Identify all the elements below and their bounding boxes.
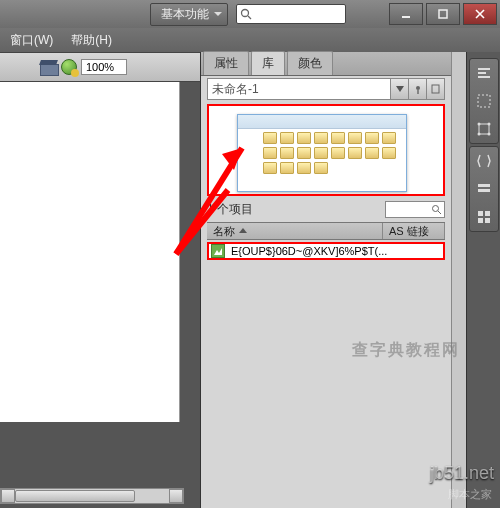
svg-rect-17 [478, 95, 490, 107]
code-snippets-icon[interactable] [474, 151, 494, 171]
motion-presets-icon[interactable] [474, 207, 494, 227]
document-dropdown[interactable]: 未命名-1 [207, 78, 445, 100]
menu-help[interactable]: 帮助(H) [71, 32, 112, 49]
svg-rect-24 [478, 189, 490, 192]
bitmap-icon [211, 244, 225, 258]
svg-point-10 [433, 205, 439, 211]
tab-properties[interactable]: 属性 [203, 51, 249, 75]
svg-point-7 [416, 86, 420, 90]
panel-vertical-scrollbar[interactable] [451, 52, 466, 508]
svg-rect-28 [485, 218, 490, 223]
library-panel: 属性 库 颜色 未命名-1 [200, 52, 451, 508]
svg-marker-12 [239, 228, 247, 233]
new-library-button[interactable] [427, 78, 445, 100]
column-as-link[interactable]: AS 链接 [383, 223, 445, 239]
chevron-down-icon [396, 85, 404, 93]
transform-panel-icon[interactable] [474, 119, 494, 139]
svg-marker-6 [396, 86, 404, 92]
edit-scene-icon[interactable] [61, 59, 77, 75]
svg-line-1 [248, 16, 251, 19]
svg-rect-16 [478, 76, 490, 78]
sort-asc-icon [239, 227, 247, 235]
scroll-left-arrow[interactable] [1, 489, 15, 503]
svg-rect-23 [478, 184, 490, 187]
help-search-box[interactable] [236, 4, 346, 24]
menu-bar: 窗口(W) 帮助(H) [0, 28, 500, 52]
svg-point-20 [487, 123, 490, 126]
tab-color[interactable]: 颜色 [287, 51, 333, 75]
zoom-field[interactable]: 100% [81, 59, 127, 75]
svg-rect-3 [439, 10, 447, 18]
svg-marker-13 [214, 248, 222, 255]
scene-icon[interactable] [40, 60, 57, 74]
maximize-button[interactable] [426, 3, 460, 25]
page-icon [431, 84, 441, 94]
scroll-thumb[interactable] [15, 490, 135, 502]
panel-tab-strip: 属性 库 颜色 [201, 52, 451, 76]
svg-point-0 [242, 10, 249, 17]
close-button[interactable] [463, 3, 497, 25]
document-dropdown-value: 未命名-1 [207, 78, 391, 100]
svg-rect-27 [478, 218, 483, 223]
document-toolbar: 100% [0, 52, 200, 82]
svg-point-19 [477, 123, 480, 126]
workspace: 100% 40 50 60 属性 库 颜色 未命名-1 [0, 52, 500, 508]
align-panel-icon[interactable] [474, 63, 494, 83]
library-item-row[interactable]: E{OUP$}06D~@XKV]6%P$T(... [207, 242, 445, 260]
svg-line-11 [438, 211, 441, 214]
library-item-name: E{OUP$}06D~@XKV]6%P$T(... [231, 245, 387, 257]
horizontal-scrollbar[interactable] [0, 488, 184, 504]
svg-rect-25 [478, 211, 483, 216]
menu-window[interactable]: 窗口(W) [10, 32, 53, 49]
title-bar: 基本功能 [0, 0, 500, 28]
workspace-dropdown[interactable]: 基本功能 [150, 3, 228, 26]
svg-point-22 [487, 133, 490, 136]
svg-point-21 [477, 133, 480, 136]
search-icon [431, 204, 442, 215]
library-status-row: 1 个项目 [207, 200, 445, 218]
minimize-button[interactable] [389, 3, 423, 25]
item-count-label: 1 个项目 [207, 201, 385, 218]
stage-canvas[interactable] [0, 82, 180, 422]
svg-rect-26 [485, 211, 490, 216]
svg-rect-18 [479, 124, 489, 134]
library-search[interactable] [385, 201, 445, 218]
svg-rect-15 [478, 72, 486, 74]
help-search-input[interactable] [255, 8, 335, 20]
tab-library[interactable]: 库 [251, 51, 285, 75]
svg-rect-14 [478, 68, 490, 70]
stage-area: 40 50 60 [0, 82, 200, 508]
dock-group-code [469, 146, 499, 232]
dock-group-align [469, 58, 499, 144]
preview-thumbnail [237, 114, 407, 192]
pin-button[interactable] [409, 78, 427, 100]
column-name[interactable]: 名称 [207, 223, 383, 239]
pin-icon [413, 84, 423, 94]
right-column: 属性 库 颜色 未命名-1 [200, 52, 500, 508]
search-icon [240, 8, 252, 20]
stage-column: 100% 40 50 60 [0, 52, 200, 508]
info-panel-icon[interactable] [474, 91, 494, 111]
library-columns-header: 名称 AS 链接 [207, 222, 445, 240]
scroll-right-arrow[interactable] [169, 489, 183, 503]
svg-rect-9 [432, 85, 439, 93]
dock-bar [466, 52, 500, 508]
workspace-dropdown-label: 基本功能 [161, 7, 209, 21]
library-preview[interactable] [207, 104, 445, 196]
document-dropdown-arrow[interactable] [391, 78, 409, 100]
components-panel-icon[interactable] [474, 179, 494, 199]
